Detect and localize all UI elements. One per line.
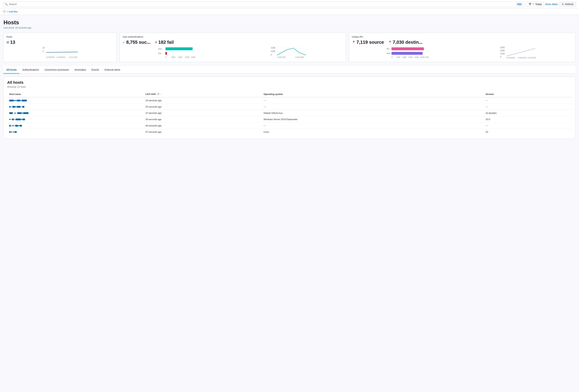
last-seen-info-icon[interactable]: ⓘ: [157, 93, 159, 95]
add-filter-button[interactable]: + Add filter: [7, 10, 18, 13]
os-cell: Windows Server 2019 Datacenter: [262, 116, 484, 123]
kql-badge[interactable]: KQL: [516, 3, 523, 6]
hosts-card-title: Hosts: [6, 35, 114, 38]
table-title: All hosts: [7, 80, 572, 85]
host-dot: [21, 119, 22, 120]
dest-pin-icon: 📍: [388, 41, 392, 44]
auth-line-chart: 4,000 2,000 0 11-03 12:00 11-03 18:00: [233, 46, 343, 59]
host-name-bars-4: [9, 119, 141, 120]
col-version: Version: [484, 91, 572, 97]
svg-rect-11: [166, 52, 167, 55]
version-dash: —: [486, 124, 488, 127]
host-bar: [20, 125, 22, 127]
host-dot: [18, 125, 19, 126]
svg-text:0: 0: [392, 56, 392, 58]
show-dates-button[interactable]: Show dates: [545, 3, 558, 5]
refresh-icon: ↻: [562, 3, 564, 5]
svg-text:11-03 00:00: 11-03 00:00: [46, 56, 55, 58]
version-cell: —: [484, 97, 572, 104]
host-dot: [14, 125, 15, 126]
col-last-seen[interactable]: Last seen ⓘ ↓: [143, 91, 262, 97]
os-cell: Linux: [262, 129, 484, 135]
version-dash: —: [486, 99, 488, 102]
host-name-cell: [7, 123, 143, 129]
auth-fail-item: ✕ 182 fail: [155, 40, 174, 45]
host-name-cell: [7, 97, 143, 104]
tab-uncommon-processes[interactable]: Uncommon processes: [42, 66, 72, 74]
table-row: 25 seconds ago — —: [7, 104, 572, 110]
os-dash: —: [264, 124, 266, 127]
host-name-visual-3: [9, 112, 28, 114]
svg-rect-28: [392, 52, 423, 55]
host-name-bars-6: [9, 131, 141, 133]
table-row: 46 seconds ago — —: [7, 123, 572, 129]
host-bar: [9, 125, 11, 127]
host-bar: [15, 125, 18, 127]
host-dot: [14, 100, 15, 101]
hosts-stat-card: Hosts ⊞ 13 10 5 11-03 00:00 11-03 06:00: [3, 32, 117, 62]
host-dot: [21, 106, 22, 107]
table-row: 27 seconds ago Debian GNU/Linux 10 (bust…: [7, 110, 572, 116]
host-name-cell: [7, 116, 143, 123]
svg-text:Fail.: Fail.: [158, 52, 161, 54]
hosts-count-item: ⊞ 13: [6, 40, 15, 45]
host-name-visual-2: [9, 106, 24, 108]
host-bar: [9, 100, 14, 101]
host-name-bars-1: [9, 100, 141, 101]
host-bar: [12, 106, 15, 108]
svg-text:2,000: 2,000: [402, 56, 406, 58]
svg-text:4,000: 4,000: [500, 50, 505, 52]
hosts-table: Host name Last seen ⓘ ↓ Operating system…: [7, 91, 572, 135]
search-input[interactable]: [9, 3, 514, 5]
svg-text:11-03 12:00: 11-03 12:00: [527, 57, 536, 59]
hosts-count: 13: [10, 40, 15, 45]
date-selector[interactable]: 📅 ▼ Today: [526, 1, 544, 7]
tabs-bar: All hosts Authentications Uncommon proce…: [3, 66, 576, 74]
search-icon: 🔍: [5, 3, 8, 5]
auth-success-item: ✓ 8,755 suc...: [123, 40, 150, 45]
tab-anomalies[interactable]: Anomalies: [72, 66, 89, 74]
host-dot: [16, 113, 17, 114]
host-dot: [13, 132, 14, 133]
host-dot: [13, 113, 14, 114]
svg-text:0: 0: [500, 56, 501, 58]
tab-external-alerts[interactable]: External alerts: [102, 66, 123, 74]
ips-stat-card: Unique IPs 📍 7,119 source 📍 7,030 destin…: [349, 32, 576, 62]
tab-all-hosts[interactable]: All hosts: [3, 66, 19, 74]
host-dot: [12, 125, 13, 126]
ips-dest-item: 📍 7,030 destin...: [388, 40, 423, 45]
tab-authentications[interactable]: Authentications: [19, 66, 42, 74]
host-bar: [9, 106, 11, 107]
os-cell: —: [262, 97, 484, 104]
os-cell: Debian GNU/Linux: [262, 110, 484, 116]
host-dot: [20, 100, 21, 101]
svg-text:3,000: 3,000: [409, 56, 413, 58]
hosts-values: ⊞ 13: [6, 40, 114, 45]
sort-icon[interactable]: ↓: [160, 93, 161, 95]
refresh-button[interactable]: ↻ Refresh: [559, 1, 576, 7]
svg-text:0: 0: [166, 56, 166, 58]
ips-charts: Src. Dest. 0 1,000 2,000 3,000 4,000 6,0…: [352, 46, 573, 59]
host-dot: [9, 119, 10, 120]
host-bar: [15, 131, 17, 133]
host-dot: [15, 106, 17, 107]
version-cell: —: [484, 123, 572, 129]
host-name-cell: [7, 104, 143, 110]
version-cell: —: [484, 104, 572, 110]
svg-rect-26: [392, 47, 424, 50]
host-bar: [17, 112, 21, 114]
tab-events[interactable]: Events: [89, 66, 102, 74]
stat-cards: Hosts ⊞ 13 10 5 11-03 00:00 11-03 06:00: [3, 32, 576, 62]
ips-bar-chart: Src. Dest. 0 1,000 2,000 3,000 4,000 6,0…: [352, 46, 461, 59]
page-content: Hosts Last event: 24 seconds ago Hosts ⊞…: [0, 15, 579, 143]
os-dash: —: [264, 99, 266, 102]
svg-rect-9: [166, 47, 193, 50]
calendar-icon: 📅: [528, 3, 531, 5]
auth-card-title: User authentications: [123, 35, 343, 38]
svg-text:11-03 12:00: 11-03 12:00: [277, 56, 286, 58]
ips-line-chart: 6,000 4,000 2,000 0 11-03 00:00 11-03 06…: [463, 46, 573, 59]
info-icon[interactable]: ⓘ: [3, 10, 5, 13]
last-seen-cell: 25 seconds ago: [143, 104, 262, 110]
svg-text:11-03 06:00: 11-03 06:00: [57, 56, 65, 58]
host-name-bars-2: [9, 106, 141, 108]
